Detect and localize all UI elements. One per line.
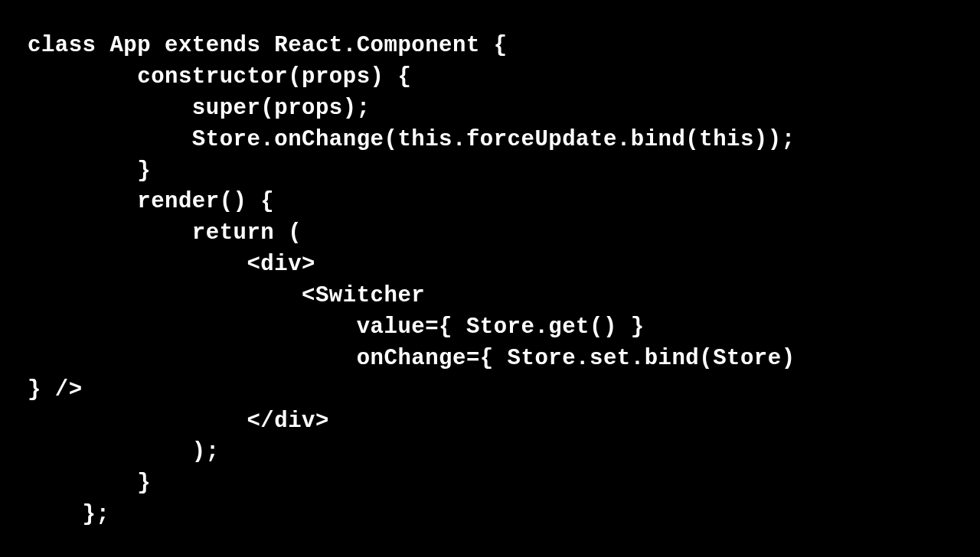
code-line: </div> [28, 409, 329, 434]
code-line: ); [28, 439, 220, 464]
code-line: value={ Store.get() } [28, 314, 645, 340]
code-line: render() { [28, 189, 274, 214]
code-line: return ( [28, 220, 302, 246]
code-line: } [28, 158, 151, 184]
code-line: } /> [28, 377, 83, 402]
code-line: } [28, 471, 151, 496]
code-line: onChange={ Store.set.bind(Store) [28, 346, 795, 371]
code-block: class App extends React.Component { cons… [0, 0, 980, 531]
code-line: super(props); [28, 96, 371, 121]
code-line: class App extends React.Component { [28, 33, 508, 58]
code-line: Store.onChange(this.forceUpdate.bind(thi… [28, 127, 795, 152]
code-line: }; [28, 502, 109, 527]
code-line: <Switcher [28, 283, 425, 308]
code-line: constructor(props) { [28, 64, 411, 90]
code-line: <div> [28, 252, 315, 277]
